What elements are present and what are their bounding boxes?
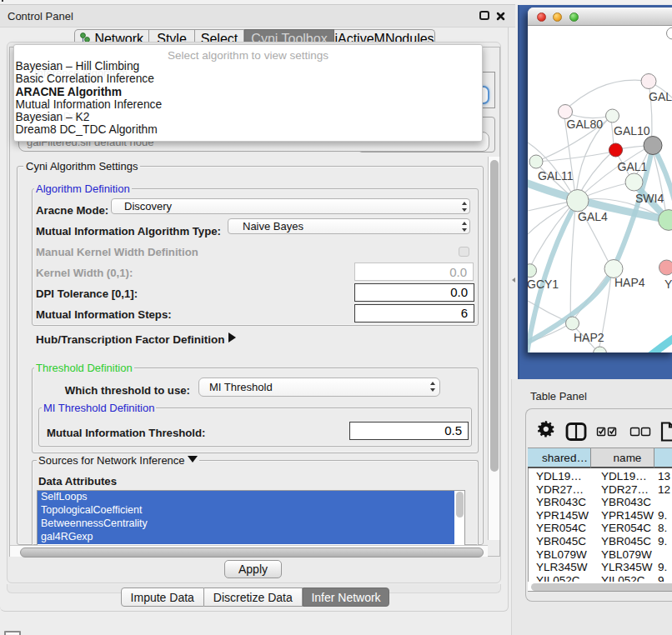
svg-text:HAP2: HAP2 bbox=[574, 331, 604, 344]
svg-text:SWI4: SWI4 bbox=[635, 192, 664, 205]
svg-text:HAP4: HAP4 bbox=[614, 276, 645, 289]
svg-text:GAL1: GAL1 bbox=[618, 160, 648, 173]
svg-text:YJ: YJ bbox=[664, 278, 672, 291]
svg-text:GAL10: GAL10 bbox=[614, 124, 650, 138]
svg-text:GAL7: GAL7 bbox=[649, 90, 672, 103]
svg-text:GAL11: GAL11 bbox=[538, 169, 574, 182]
svg-text:GAL4: GAL4 bbox=[578, 210, 608, 223]
svg-text:GAL80: GAL80 bbox=[567, 118, 604, 131]
svg-text:GCY1: GCY1 bbox=[528, 278, 559, 291]
